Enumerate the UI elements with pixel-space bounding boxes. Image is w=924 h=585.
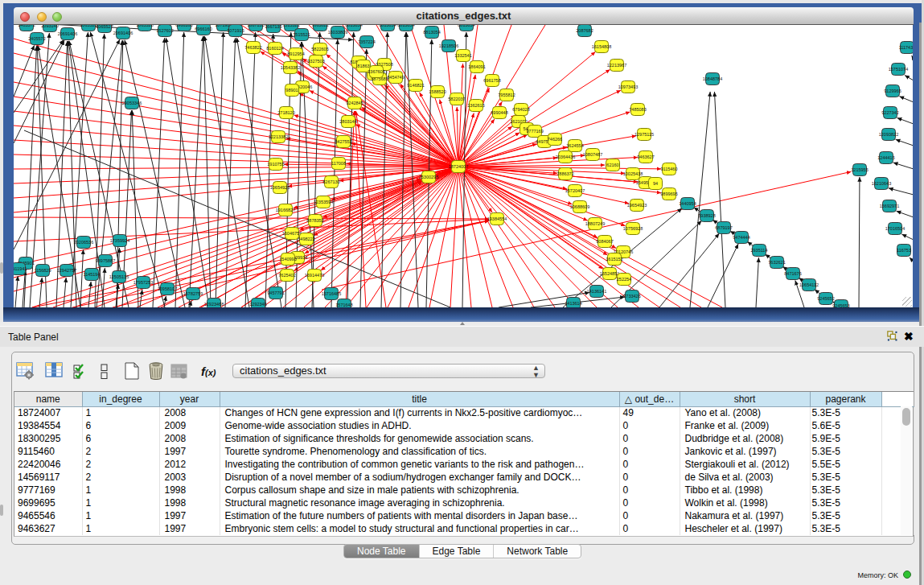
svg-text:12923468: 12923468: [204, 302, 224, 307]
svg-text:15720407: 15720407: [565, 188, 585, 193]
svg-text:93975887: 93975887: [96, 258, 115, 263]
svg-text:19166827: 19166827: [276, 208, 295, 212]
svg-text:2367608: 2367608: [368, 69, 384, 74]
svg-text:10654112: 10654112: [799, 282, 819, 287]
svg-text:117008: 117008: [331, 161, 346, 166]
svg-text:9084067: 9084067: [596, 239, 613, 244]
svg-text:1910755: 1910755: [267, 162, 284, 167]
svg-text:18807249: 18807249: [585, 221, 605, 226]
svg-text:7625402: 7625402: [278, 273, 295, 278]
svg-text:7357224: 7357224: [358, 39, 375, 44]
svg-text:98901: 98901: [285, 88, 298, 93]
svg-text:8160124: 8160124: [266, 46, 283, 51]
svg-text:19384554: 19384554: [487, 216, 507, 221]
svg-text:20206536: 20206536: [74, 240, 93, 245]
svg-text:7463822: 7463822: [244, 45, 261, 50]
svg-text:1065527: 1065527: [96, 25, 113, 29]
svg-text:7632621: 7632621: [768, 260, 785, 265]
svg-text:1733426: 1733426: [623, 294, 640, 299]
svg-text:5822605: 5822605: [311, 47, 328, 51]
svg-text:9115460: 9115460: [660, 167, 677, 171]
svg-text:20691406: 20691406: [58, 31, 77, 36]
svg-text:9474444: 9474444: [733, 235, 749, 240]
svg-text:8267130: 8267130: [322, 179, 339, 184]
svg-text:1667135: 1667135: [265, 25, 281, 29]
svg-text:16033809: 16033809: [328, 30, 347, 35]
svg-text:1117432: 1117432: [899, 45, 913, 50]
svg-text:746266: 746266: [548, 137, 562, 142]
svg-text:10756928: 10756928: [623, 226, 643, 231]
svg-text:14136141: 14136141: [587, 289, 606, 294]
svg-text:7955812: 7955812: [498, 93, 515, 97]
svg-text:94: 94: [653, 181, 658, 186]
svg-text:7515521: 7515521: [282, 25, 299, 27]
svg-text:1065528: 1065528: [136, 25, 153, 27]
svg-text:17359924: 17359924: [110, 238, 129, 243]
svg-text:1540993: 1540993: [279, 257, 296, 262]
svg-text:10807487: 10807487: [583, 152, 602, 157]
svg-text:16046756: 16046756: [282, 231, 302, 236]
svg-text:5938928: 5938928: [698, 213, 715, 218]
svg-text:1065526: 1065526: [80, 25, 97, 27]
svg-text:2718120: 2718120: [277, 110, 294, 115]
svg-text:81863: 81863: [357, 64, 369, 68]
svg-text:2935114: 2935114: [750, 248, 767, 253]
svg-text:9245652: 9245652: [817, 296, 834, 301]
svg-text:1571648: 1571648: [335, 303, 352, 307]
svg-text:16524851: 16524851: [600, 271, 619, 276]
svg-text:3215955: 3215955: [851, 167, 868, 172]
svg-text:1440954: 1440954: [679, 201, 696, 206]
svg-text:8813054: 8813054: [458, 25, 474, 27]
svg-text:8813054: 8813054: [345, 25, 362, 27]
svg-text:9227342: 9227342: [881, 110, 898, 115]
svg-text:12213382: 12213382: [269, 134, 288, 139]
svg-text:1413614: 1413614: [565, 301, 581, 306]
svg-text:12213967: 12213967: [607, 63, 626, 68]
svg-text:6966160: 6966160: [195, 27, 211, 31]
svg-text:15751074: 15751074: [889, 67, 908, 72]
svg-text:9146821: 9146821: [407, 83, 424, 88]
svg-text:9242845: 9242845: [346, 101, 363, 105]
svg-text:9463627: 9463627: [637, 154, 654, 159]
svg-text:18724007: 18724007: [449, 164, 468, 169]
svg-text:116753: 116753: [897, 248, 911, 253]
svg-text:6879197: 6879197: [715, 225, 732, 230]
svg-text:12942757: 12942757: [57, 268, 76, 273]
svg-text:1292346: 1292346: [249, 302, 266, 307]
svg-text:1145194: 1145194: [83, 272, 100, 277]
svg-text:9899695: 9899695: [660, 192, 677, 196]
svg-text:9777169: 9777169: [526, 129, 543, 134]
svg-text:8813054: 8813054: [379, 25, 396, 27]
svg-text:16210643: 16210643: [872, 181, 891, 186]
svg-text:12975115: 12975115: [634, 132, 654, 137]
svg-text:1362615: 1362615: [467, 103, 484, 108]
svg-text:5498222: 5498222: [298, 237, 314, 241]
svg-text:1156829: 1156829: [34, 268, 51, 273]
svg-text:8912954: 8912954: [287, 51, 304, 56]
svg-text:8454749: 8454749: [387, 75, 404, 80]
svg-text:15716485: 15716485: [322, 291, 341, 296]
svg-text:6990448: 6990448: [491, 110, 507, 115]
svg-text:1667135: 1667135: [247, 25, 264, 27]
svg-text:3911941: 3911941: [14, 266, 27, 271]
svg-text:1071915: 1071915: [227, 28, 244, 33]
svg-text:6966160: 6966160: [175, 25, 192, 27]
svg-text:12353594: 12353594: [314, 200, 333, 204]
svg-text:10654925: 10654925: [270, 185, 290, 190]
svg-text:10543382: 10543382: [281, 65, 300, 70]
svg-text:1244415: 1244415: [877, 155, 894, 160]
svg-text:19654923: 19654923: [627, 203, 647, 208]
svg-text:12093822: 12093822: [879, 132, 898, 137]
svg-text:16154808: 16154808: [592, 44, 611, 49]
svg-text:8813054: 8813054: [423, 30, 440, 35]
svg-text:16782759: 16782759: [183, 291, 203, 296]
svg-text:1405572: 1405572: [18, 25, 35, 27]
svg-text:10688609: 10688609: [570, 204, 589, 209]
svg-text:15692971: 15692971: [880, 204, 899, 208]
svg-text:10958107: 10958107: [158, 286, 177, 291]
svg-text:1527602: 1527602: [156, 28, 173, 33]
svg-text:6794028: 6794028: [512, 107, 529, 112]
svg-text:1864091: 1864091: [468, 64, 485, 69]
svg-text:17016504: 17016504: [885, 226, 905, 231]
svg-text:8471676: 8471676: [784, 271, 801, 276]
